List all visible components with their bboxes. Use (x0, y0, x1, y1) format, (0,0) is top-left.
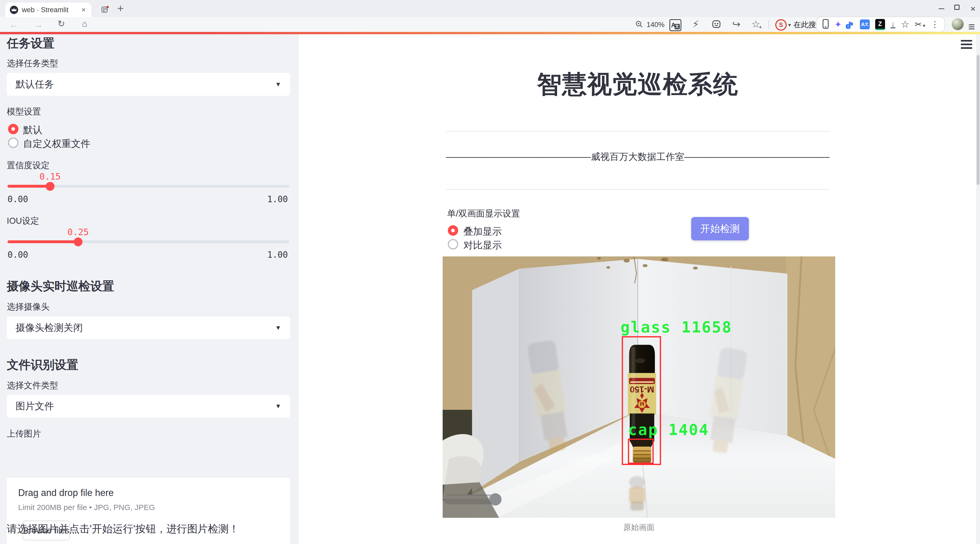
file-type-select[interactable]: 图片文件 ▼ (7, 395, 290, 418)
upload-label: 上传图片 (7, 428, 41, 440)
scrollbar-thumb[interactable] (977, 55, 980, 185)
radio-display-compare[interactable] (448, 239, 458, 250)
tab-strip: web · Streamlit × + – × (0, 0, 980, 17)
task-type-label: 选择任务类型 (7, 57, 58, 69)
dropzone-title: Drag and drop file here (18, 487, 278, 498)
file-type-value: 图片文件 (16, 400, 275, 413)
translate-extension-icon[interactable]: A文 (860, 19, 870, 29)
confidence-value: 0.15 (32, 171, 68, 182)
iou-min: 0.00 (8, 250, 28, 260)
z-extension-icon[interactable]: Z (875, 19, 885, 30)
translate-icon[interactable]: A 文 (670, 19, 681, 31)
page-scrollbar[interactable] (976, 34, 980, 544)
task-type-select[interactable]: 默认任务 ▼ (7, 73, 290, 96)
section-file-title: 文件识别设置 (7, 357, 78, 373)
iou-slider-fill (8, 240, 78, 243)
sparkle-extension-icon[interactable]: ✦ (834, 19, 842, 30)
iou-label: IOU设定 (7, 215, 39, 227)
camera-label: 选择摄像头 (7, 301, 49, 313)
reload-icon[interactable]: ↻ (57, 19, 65, 28)
file-type-label: 选择文件类型 (7, 380, 58, 391)
zoom-lens-icon[interactable] (635, 20, 643, 29)
divider-bottom (446, 189, 829, 190)
bookmark-star-icon[interactable]: ☆ (901, 19, 909, 30)
tab-close-icon[interactable]: × (80, 6, 87, 14)
sidebar-footer-note: 请选择图片并点击'开始运行'按钮，进行图片检测！ (7, 522, 239, 536)
radio-model-default[interactable] (8, 124, 18, 134)
detection-image: M-150 M (443, 256, 835, 518)
chevron-down-icon: ▼ (275, 402, 281, 410)
camera-select[interactable]: 摄像头检测关闭 ▼ (7, 317, 290, 339)
confidence-min: 0.00 (8, 194, 28, 204)
crown-icon (11, 8, 17, 12)
phone-icon[interactable] (822, 19, 829, 30)
download-icon[interactable]: ↓ (891, 21, 896, 28)
chevron-down-icon: ▼ (275, 324, 281, 331)
engine-logo-icon: S (775, 19, 787, 31)
radio-display-overlay[interactable] (448, 225, 458, 235)
display-mode-label: 单/双画面显示设置 (447, 208, 520, 220)
new-tab-button[interactable]: + (117, 3, 124, 14)
radio-display-compare-label[interactable]: 对比显示 (463, 239, 502, 252)
section-task-title: 任务设置 (7, 35, 54, 51)
window-close-button[interactable]: × (970, 4, 975, 14)
studio-divider-text: ——————————————————威视百万大数据工作室————————————… (446, 150, 829, 164)
bottle: M-150 M (628, 345, 656, 463)
iou-max: 1.00 (267, 250, 288, 260)
profile-avatar[interactable] (952, 18, 964, 30)
plugin-face-icon[interactable] (711, 19, 721, 30)
browser-tab[interactable]: web · Streamlit × (5, 3, 91, 17)
start-detection-button[interactable]: 开始检测 (691, 217, 749, 240)
camera-value: 摄像头检测关闭 (16, 321, 275, 334)
share-arrow-icon[interactable]: ↪ (732, 19, 740, 29)
window-restore-button[interactable] (954, 5, 959, 10)
zoom-level[interactable]: 140% (647, 21, 665, 29)
iou-value: 0.25 (60, 227, 96, 237)
confidence-slider-thumb[interactable] (46, 182, 54, 191)
bookmark-star-add-icon[interactable]: ☆ + (751, 19, 760, 29)
streamlit-decoration-bar (0, 32, 980, 34)
detection-scene: M-150 M (443, 256, 835, 518)
section-camera-title: 摄像头实时巡检设置 (7, 278, 114, 294)
radio-display-overlay-label[interactable]: 叠加显示 (463, 225, 502, 238)
radio-model-default-label[interactable]: 默认 (23, 124, 42, 137)
dropzone-hint: Limit 200MB per file • JPG, PNG, JPEG (18, 503, 278, 512)
image-caption: 原始画面 (443, 522, 835, 533)
forward-icon[interactable]: → (34, 19, 43, 30)
detection-label-cap: cap 1404 (628, 421, 709, 439)
radio-model-custom[interactable] (8, 138, 18, 148)
streamlit-favicon-icon (10, 6, 18, 14)
app-menu-icon[interactable] (961, 40, 972, 51)
extensions-pill: ✦ ⚑ ! A文 Z ↓ ☆ ✂ ▾ ⋮ (816, 17, 945, 32)
radio-model-custom-label[interactable]: 自定义权重文件 (23, 137, 90, 150)
tab-title: web · Streamlit (22, 6, 80, 14)
more-options-icon[interactable]: ⋮ (931, 19, 939, 29)
back-icon[interactable]: ← (10, 19, 19, 30)
confidence-label: 置信度设定 (7, 160, 49, 171)
task-type-value: 默认任务 (16, 78, 275, 91)
svg-text:M: M (640, 401, 644, 407)
toolbar-divider (768, 20, 769, 29)
lightning-icon[interactable]: ⚡ (692, 19, 699, 29)
iou-slider-thumb[interactable] (74, 237, 83, 246)
screenshot-scissors-icon[interactable]: ✂ ▾ (915, 19, 925, 29)
window-minimize-button[interactable]: – (939, 3, 944, 14)
page-title: 智慧视觉巡检系统 (446, 68, 829, 101)
detection-label-glass: glass 11658 (620, 318, 732, 336)
tab-group-icon[interactable] (101, 6, 109, 14)
engine-caret-icon: ▾ (788, 22, 791, 28)
browser-window: web · Streamlit × + – × ← → ↻ ⌂ localhos… (0, 0, 980, 544)
home-icon[interactable]: ⌂ (82, 19, 88, 28)
cap-reflection (629, 476, 645, 510)
flag-extension-icon[interactable]: ⚑ ! (847, 20, 854, 29)
sidebar: 任务设置 选择任务类型 默认任务 ▼ 模型设置 默认 自定义权重文件 置信度设定… (0, 34, 299, 544)
confidence-slider-fill (8, 185, 50, 188)
divider-top (446, 131, 829, 132)
chevron-down-icon: ▼ (275, 81, 281, 88)
model-label: 模型设置 (7, 106, 41, 118)
browser-menu-icon[interactable]: ≡ (968, 20, 975, 33)
confidence-max: 1.00 (267, 194, 288, 204)
